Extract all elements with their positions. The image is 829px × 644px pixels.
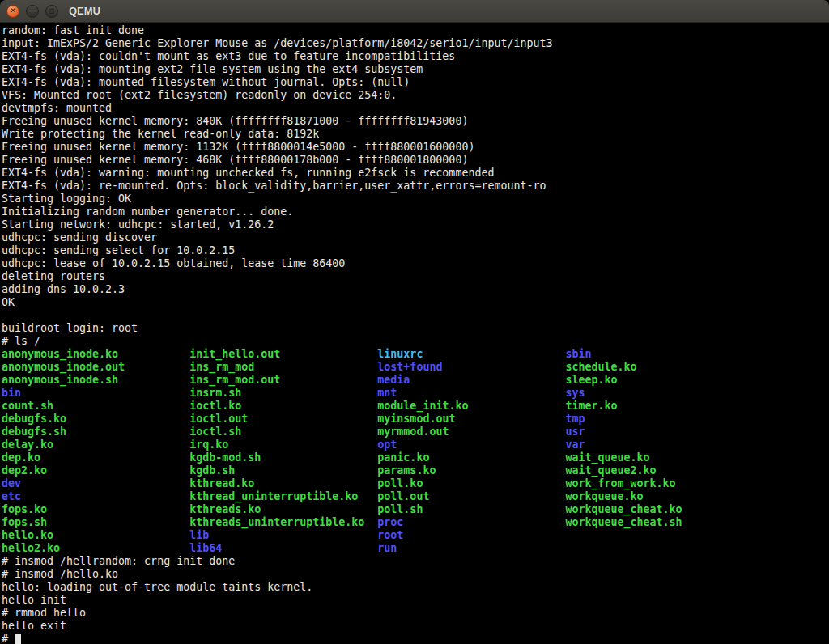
ls-entry: workqueue.ko: [566, 490, 644, 502]
ls-entry: dep.ko: [2, 451, 40, 464]
terminal-line: dep2.ko kgdb.sh params.ko wait_queue2.ko: [2, 464, 829, 477]
terminal-line: etc kthread_uninterruptible.ko poll.out …: [2, 490, 829, 503]
qemu-window: ✕ − ◻ QEMU random: fast init doneinput: …: [0, 0, 829, 644]
ls-entry: hello.ko: [2, 529, 53, 541]
close-button[interactable]: ✕: [6, 5, 19, 18]
ls-entry: poll.ko: [377, 477, 423, 489]
terminal-line: # ls /: [2, 335, 829, 348]
terminal-line: random: fast init done: [2, 24, 829, 37]
terminal-line: OK: [2, 296, 829, 309]
window-titlebar[interactable]: ✕ − ◻ QEMU: [0, 0, 829, 23]
ls-entry: delay.ko: [2, 439, 53, 451]
terminal-line: EXT4-fs (vda): mounted filesystem withou…: [2, 76, 829, 89]
terminal-line: Write protecting the kernel read-only da…: [2, 128, 829, 141]
ls-entry: run: [377, 542, 397, 554]
minimize-button[interactable]: −: [26, 5, 39, 18]
terminal-line: anonymous_inode.out ins_rm_mod lost+foun…: [2, 361, 829, 374]
ls-entry: dep2.ko: [2, 464, 47, 477]
ls-entry: params.ko: [377, 464, 436, 477]
ls-entry: workqueue_cheat.sh: [566, 516, 682, 528]
terminal-line: debugfs.sh ioctl.sh myrmmod.out usr: [2, 426, 829, 439]
terminal-line: EXT4-fs (vda): couldn't mount as ext3 du…: [2, 50, 829, 63]
ls-entry: module_init.ko: [377, 400, 468, 412]
terminal-line: bin insrm.sh mnt sys: [2, 387, 829, 400]
minimize-icon: −: [30, 7, 36, 15]
terminal-line: adding dns 10.0.2.3: [2, 283, 829, 296]
terminal-line: EXT4-fs (vda): warning: mounting uncheck…: [2, 167, 829, 180]
ls-entry: fops.ko: [2, 503, 47, 515]
window-title: QEMU: [69, 5, 100, 17]
ls-entry: kthreads_uninterruptible.ko: [189, 516, 364, 528]
ls-entry: etc: [2, 490, 21, 502]
ls-entry: media: [377, 374, 410, 386]
ls-entry: workqueue_cheat.ko: [566, 503, 682, 515]
terminal-line: udhcpc: sending select for 10.0.2.15: [2, 244, 829, 257]
terminal-line: EXT4-fs (vda): mounting ext2 file system…: [2, 63, 829, 76]
maximize-button[interactable]: ◻: [45, 5, 58, 18]
terminal-line: count.sh ioctl.ko module_init.ko timer.k…: [2, 400, 829, 413]
ls-entry: schedule.ko: [566, 361, 637, 373]
terminal-line: Freeing unused kernel memory: 1132K (fff…: [2, 141, 829, 154]
terminal-line: hello exit: [2, 620, 829, 633]
ls-entry: anonymous_inode.out: [2, 361, 125, 373]
ls-entry: fops.sh: [2, 516, 47, 528]
ls-entry: usr: [566, 426, 585, 438]
terminal-line: devtmpfs: mounted: [2, 102, 829, 115]
ls-entry: init_hello.out: [189, 348, 280, 360]
ls-entry: debugfs.sh: [2, 426, 66, 438]
terminal-console[interactable]: random: fast init doneinput: ImExPS/2 Ge…: [0, 23, 829, 644]
terminal-line: Freeing unused kernel memory: 840K (ffff…: [2, 115, 829, 128]
ls-entry: timer.ko: [566, 400, 618, 412]
ls-entry: kthread_uninterruptible.ko: [189, 490, 358, 502]
ls-entry: sleep.ko: [566, 374, 618, 386]
ls-entry: lib: [189, 529, 209, 541]
terminal-line: buildroot login: root: [2, 322, 829, 335]
ls-entry: hello2.ko: [2, 542, 60, 554]
ls-entry: sbin: [566, 348, 592, 360]
ls-entry: root: [377, 529, 403, 541]
ls-entry: lost+found: [377, 361, 442, 373]
terminal-line: delay.ko irq.ko opt var: [2, 439, 829, 451]
terminal-line: EXT4-fs (vda): re-mounted. Opts: block_v…: [2, 180, 829, 193]
ls-entry: wait_queue.ko: [566, 451, 650, 464]
ls-entry: ioctl.ko: [189, 400, 241, 412]
ls-entry: myinsmod.out: [377, 413, 455, 425]
ls-entry: anonymous_inode.sh: [2, 374, 118, 386]
terminal-line: debugfs.ko ioctl.out myinsmod.out tmp: [2, 413, 829, 426]
terminal-line: anonymous_inode.sh ins_rm_mod.out media …: [2, 374, 829, 387]
terminal-line: fops.sh kthreads_uninterruptible.ko proc…: [2, 516, 829, 529]
ls-entry: poll.out: [377, 490, 429, 502]
terminal-line: #: [2, 633, 829, 644]
ls-entry: insrm.sh: [189, 387, 241, 399]
ls-entry: kgdb-mod.sh: [189, 451, 261, 464]
ls-entry: bin: [2, 387, 21, 399]
terminal-line: Starting logging: OK: [2, 193, 829, 205]
ls-entry: panic.ko: [377, 451, 429, 464]
terminal-line: Initializing random number generator... …: [2, 205, 829, 218]
terminal-line: udhcpc: lease of 10.0.2.15 obtained, lea…: [2, 257, 829, 270]
ls-entry: lib64: [189, 542, 222, 554]
terminal-line: anonymous_inode.ko init_hello.out linuxr…: [2, 348, 829, 361]
ls-entry: poll.sh: [377, 503, 423, 515]
terminal-line: # insmod /hello.ko: [2, 568, 829, 581]
ls-entry: dev: [2, 477, 21, 489]
ls-entry: kthreads.ko: [189, 503, 261, 515]
terminal-line: hello.ko lib root: [2, 529, 829, 542]
ls-entry: anonymous_inode.ko: [2, 348, 118, 360]
ls-entry: var: [566, 439, 585, 451]
ls-entry: sys: [566, 387, 585, 399]
terminal-line: hello init: [2, 594, 829, 607]
ls-entry: tmp: [566, 413, 585, 425]
ls-entry: kthread.ko: [189, 477, 254, 489]
terminal-line: # insmod /hellrandom: crng init done: [2, 555, 829, 568]
terminal-line: dep.ko kgdb-mod.sh panic.ko wait_queue.k…: [2, 451, 829, 464]
ls-entry: ins_rm_mod: [189, 361, 254, 373]
maximize-icon: ◻: [49, 7, 55, 15]
terminal-line: Freeing unused kernel memory: 468K (ffff…: [2, 154, 829, 167]
ls-entry: work_from_work.ko: [566, 477, 676, 489]
terminal-line: Starting network: udhcpc: started, v1.26…: [2, 218, 829, 231]
terminal-cursor: [15, 634, 21, 644]
ls-entry: wait_queue2.ko: [566, 464, 657, 477]
ls-entry: kgdb.sh: [189, 464, 235, 477]
ls-entry: ioctl.sh: [189, 426, 241, 438]
